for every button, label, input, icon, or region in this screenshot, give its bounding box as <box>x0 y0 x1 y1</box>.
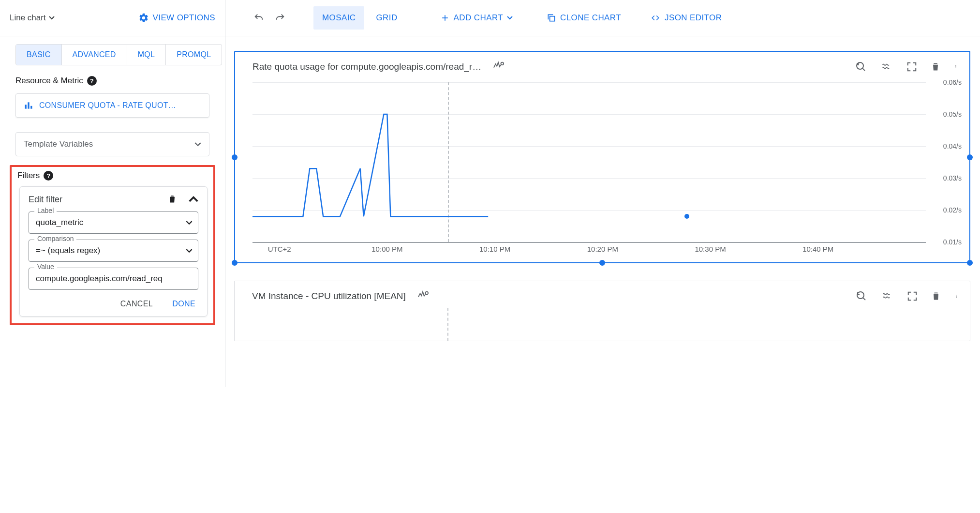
resize-handle[interactable] <box>232 154 238 160</box>
gear-icon <box>138 13 149 23</box>
json-editor-button[interactable]: JSON EDITOR <box>645 9 727 27</box>
svg-point-13 <box>956 297 956 297</box>
svg-point-9 <box>425 292 428 295</box>
svg-rect-3 <box>550 16 555 21</box>
tab-promql[interactable]: PROMQL <box>166 45 222 65</box>
clone-icon <box>547 13 556 23</box>
chart-type-selector[interactable]: Line chart <box>10 13 55 23</box>
edit-filter-title: Edit filter <box>29 195 62 205</box>
x-tick-label: 10:10 PM <box>479 245 510 253</box>
tab-mql[interactable]: MQL <box>127 45 166 65</box>
legend-icon[interactable] <box>881 291 893 301</box>
filters-header: Filters ? <box>16 171 212 183</box>
filter-value-input[interactable] <box>29 268 198 290</box>
svg-point-10 <box>857 292 864 299</box>
fullscreen-icon[interactable] <box>906 61 917 72</box>
resize-handle[interactable] <box>967 154 973 160</box>
zoom-reset-icon[interactable] <box>856 290 867 302</box>
help-icon[interactable]: ? <box>87 76 97 86</box>
chart-title: VM Instance - CPU utilization [MEAN] <box>252 291 406 302</box>
cancel-button[interactable]: CANCEL <box>120 300 153 308</box>
tab-advanced[interactable]: ADVANCED <box>62 45 127 65</box>
delete-icon[interactable] <box>931 290 941 302</box>
x-tick-label: 10:00 PM <box>371 245 402 253</box>
zoom-reset-icon[interactable] <box>855 61 867 73</box>
x-axis-ticks: UTC+210:00 PM10:10 PM10:20 PM10:30 PM10:… <box>252 245 926 256</box>
layout-grid-tab[interactable]: GRID <box>367 6 406 30</box>
filter-label-select[interactable]: quota_metric <box>29 211 198 234</box>
main-pane: MOSAIC GRID ADD CHART CLONE CHART JSON E… <box>225 0 980 387</box>
svg-point-8 <box>955 67 956 68</box>
x-tick-label: 10:30 PM <box>695 245 726 253</box>
redo-icon[interactable] <box>271 9 289 27</box>
layout-mosaic-tab[interactable]: MOSAIC <box>313 6 364 30</box>
code-icon <box>650 14 661 22</box>
svg-point-4 <box>501 62 504 65</box>
anomaly-icon[interactable] <box>492 60 505 73</box>
svg-point-7 <box>955 66 956 67</box>
svg-point-12 <box>956 296 956 296</box>
x-tick-label: 10:40 PM <box>802 245 833 253</box>
resize-handle[interactable] <box>967 260 973 266</box>
chart-type-label: Line chart <box>10 13 46 23</box>
template-variables-select[interactable]: Template Variables <box>15 132 209 156</box>
chart-card-selected[interactable]: Rate quota usage for compute.googleapis.… <box>234 51 970 263</box>
clone-chart-button[interactable]: CLONE CHART <box>542 9 626 27</box>
legend-icon[interactable] <box>880 62 893 72</box>
chart-plot-area[interactable]: 0.01/s0.02/s0.03/s0.04/s0.05/s0.06/s <box>252 82 926 242</box>
x-tick-label: 10:20 PM <box>587 245 618 253</box>
edit-filter-card: Edit filter Label quota_metric <box>19 186 208 317</box>
label-legend: Label <box>34 207 57 214</box>
caret-down-icon <box>186 247 193 255</box>
metric-selector[interactable]: CONSUMER QUOTA - RATE QUOT… <box>15 93 209 118</box>
tab-basic[interactable]: BASIC <box>16 45 62 65</box>
y-tick-label: 0.06/s <box>943 78 962 86</box>
resize-handle[interactable] <box>599 260 605 266</box>
config-sidebar: Line chart VIEW OPTIONS BASIC ADVANCED M… <box>0 0 225 387</box>
y-tick-label: 0.04/s <box>943 142 962 150</box>
done-button[interactable]: DONE <box>172 300 195 308</box>
value-legend: Value <box>34 263 57 271</box>
svg-rect-2 <box>30 106 32 109</box>
x-tick-label: UTC+2 <box>268 245 291 253</box>
query-tabs: BASIC ADVANCED MQL PROMQL <box>15 44 222 65</box>
view-options-button[interactable]: VIEW OPTIONS <box>138 13 215 23</box>
bar-chart-icon <box>24 101 33 110</box>
more-icon[interactable] <box>954 61 958 73</box>
caret-down-icon <box>507 16 513 20</box>
delete-icon[interactable] <box>931 61 940 73</box>
svg-point-6 <box>955 65 956 65</box>
more-icon[interactable] <box>954 290 958 302</box>
comparison-legend: Comparison <box>34 235 76 242</box>
resource-metric-header: Resource & Metric ? <box>0 65 225 90</box>
y-tick-label: 0.01/s <box>943 238 962 246</box>
filter-comparison-select[interactable]: =~ (equals regex) <box>29 240 198 262</box>
filters-section-highlight: Filters ? Edit filter Label <box>10 165 215 325</box>
svg-rect-0 <box>25 105 27 108</box>
fullscreen-icon[interactable] <box>907 291 918 302</box>
time-cursor-line <box>447 308 448 341</box>
svg-point-11 <box>956 294 956 295</box>
data-marker <box>684 214 689 219</box>
chart-title: Rate quota usage for compute.googleapis.… <box>252 61 481 72</box>
resize-handle[interactable] <box>232 260 238 266</box>
caret-down-icon <box>49 16 55 20</box>
add-chart-button[interactable]: ADD CHART <box>435 9 518 27</box>
y-tick-label: 0.02/s <box>943 206 962 214</box>
undo-icon[interactable] <box>250 9 268 27</box>
chart-card[interactable]: VM Instance - CPU utilization [MEAN] <box>234 281 970 341</box>
y-tick-label: 0.03/s <box>943 174 962 182</box>
caret-down-icon <box>186 219 193 226</box>
help-icon[interactable]: ? <box>44 171 53 181</box>
main-toolbar: MOSAIC GRID ADD CHART CLONE CHART JSON E… <box>225 0 980 36</box>
collapse-icon[interactable] <box>189 196 198 204</box>
plus-icon <box>440 13 450 23</box>
delete-filter-icon[interactable] <box>167 194 177 206</box>
anomaly-icon[interactable] <box>416 290 429 302</box>
svg-rect-1 <box>28 102 29 108</box>
caret-down-icon <box>194 142 201 147</box>
y-tick-label: 0.05/s <box>943 110 962 118</box>
